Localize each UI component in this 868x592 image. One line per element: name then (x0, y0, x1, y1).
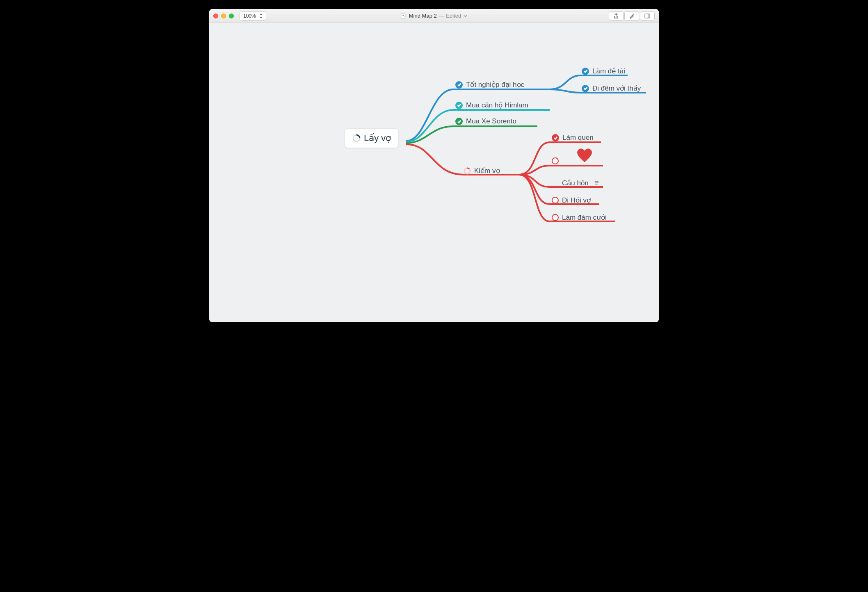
style-button[interactable] (624, 11, 639, 20)
heart-icon (576, 148, 593, 164)
check-icon (455, 81, 463, 89)
root-label: Lấy vợ (364, 133, 391, 143)
edited-status: — Edited (439, 13, 461, 19)
app-window: 100% Mind Map 2 — Edited (209, 9, 659, 322)
node-label: Mua Xe Sorento (466, 117, 516, 125)
sidebar-icon (644, 13, 650, 19)
share-icon (613, 13, 619, 19)
minimize-button[interactable] (221, 14, 226, 18)
zoom-value: 100% (243, 13, 256, 19)
check-icon (552, 134, 559, 141)
window-title: Mind Map 2 — Edited (401, 13, 467, 19)
toolbar-right (609, 11, 655, 20)
close-button[interactable] (213, 14, 218, 18)
node-b1c2[interactable]: Đi đêm với thầy (582, 84, 641, 93)
document-icon (401, 13, 407, 19)
node-b3[interactable]: Mua Xe Sorento (455, 117, 516, 125)
node-label: Mua căn hộ Himlam (466, 101, 528, 109)
note-icon (594, 181, 599, 186)
node-label: Đi Hỏi vợ (562, 196, 591, 205)
progress-icon (352, 134, 361, 142)
node-b4c5[interactable]: Làm đám cưới (552, 213, 607, 222)
node-label: Kiếm vợ (474, 166, 500, 175)
node-label: Đi đêm với thầy (592, 84, 641, 93)
updown-icon (259, 14, 263, 18)
progress-icon (464, 167, 471, 175)
check-icon (582, 85, 589, 92)
check-icon (455, 102, 463, 109)
ring-icon (552, 214, 559, 221)
window-controls (213, 14, 234, 18)
node-b4c4[interactable]: Đi Hỏi vợ (552, 196, 591, 205)
node-b4[interactable]: Kiếm vợ (464, 166, 500, 175)
check-icon (582, 68, 589, 75)
ring-icon (552, 157, 559, 164)
node-b4c2[interactable] (552, 157, 562, 164)
node-b1[interactable]: Tốt nghiệp đại học (455, 80, 524, 89)
share-button[interactable] (609, 11, 624, 20)
paintbrush-icon (629, 13, 635, 19)
node-label: Tốt nghiệp đại học (466, 80, 524, 89)
mindmap-canvas[interactable]: Lấy vợ Tốt nghiệp đại học Làm đề tài Đi … (209, 23, 659, 322)
root-node[interactable]: Lấy vợ (345, 128, 399, 148)
titlebar: 100% Mind Map 2 — Edited (209, 9, 659, 23)
node-b2[interactable]: Mua căn hộ Himlam (455, 101, 528, 109)
node-label: Làm đề tài (592, 67, 625, 75)
zoom-select[interactable]: 100% (240, 11, 266, 20)
node-b4c3[interactable]: Cầu hôn (552, 179, 599, 187)
node-label: Cầu hôn (562, 179, 589, 187)
node-b1c1[interactable]: Làm đề tài (582, 67, 625, 75)
node-label: Làm quen (562, 134, 594, 142)
ring-icon (552, 197, 559, 204)
node-label: Làm đám cưới (562, 213, 607, 222)
title-text: Mind Map 2 (409, 13, 437, 19)
node-b4c1[interactable]: Làm quen (552, 134, 594, 142)
chevron-down-icon[interactable] (464, 15, 467, 17)
check-icon (455, 118, 463, 125)
panel-button[interactable] (640, 11, 655, 20)
maximize-button[interactable] (229, 14, 234, 18)
svg-rect-1 (645, 14, 650, 18)
